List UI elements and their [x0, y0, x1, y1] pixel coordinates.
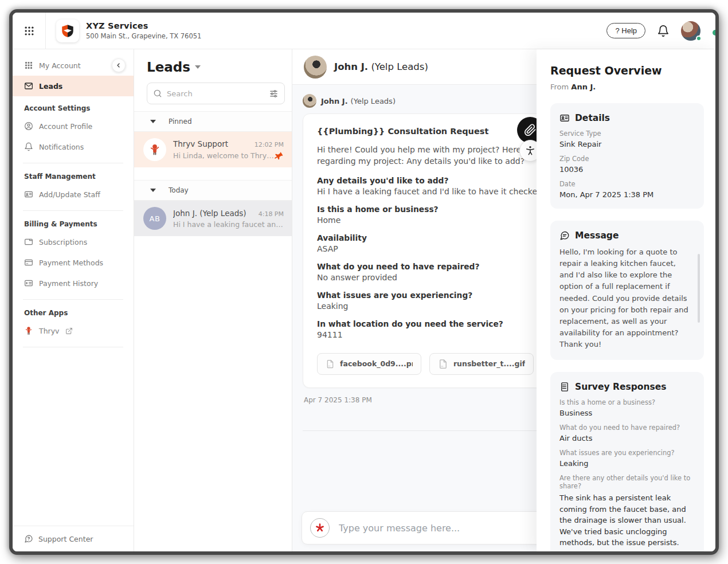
leads-group-today[interactable]: Today	[134, 180, 292, 201]
lead-item-john-j[interactable]: AB John J. (Yelp Leads) 4:18 PM Hi I hav…	[134, 201, 292, 236]
image-file-icon	[326, 359, 335, 369]
app-launcher-button[interactable]	[13, 13, 46, 49]
question: In what location do you need the service…	[317, 319, 537, 328]
sidebar-item-payment-history[interactable]: Payment History	[13, 273, 134, 293]
message-card: Message Hello, I'm looking for a quote t…	[550, 221, 704, 360]
business-brand: XYZ Services 500 Main St., Grapevine, TX…	[46, 19, 201, 42]
contact-avatar	[304, 56, 327, 79]
message-input[interactable]	[339, 523, 537, 534]
business-logo-icon	[56, 19, 79, 42]
group-label: Today	[169, 186, 189, 194]
group-label: Pinned	[169, 117, 192, 126]
support-center-link[interactable]: Support Center	[13, 526, 134, 551]
sidebar-item-my-account[interactable]: My Account	[13, 55, 134, 76]
survey-question: What issues are you experiencing?	[559, 449, 695, 457]
message-timestamp: Apr 7 2025 1:38 PM	[304, 396, 537, 404]
sidebar-item-payment-methods[interactable]: Payment Methods	[13, 252, 134, 273]
sidebar-item-add-update-staff[interactable]: Add/Update Staff	[13, 184, 134, 205]
field-value: Sink Repair	[559, 140, 695, 148]
survey-answer: Business	[559, 409, 695, 417]
sidebar-item-subscriptions[interactable]: Subscriptions	[13, 232, 134, 252]
question: Any details you'd like to add?	[317, 176, 537, 185]
lead-preview: Hi I have a leaking faucet and I'd lik..…	[173, 220, 284, 229]
notification-bell-icon[interactable]	[657, 25, 670, 37]
survey-question: What do you need to have repaired?	[559, 424, 695, 432]
user-avatar[interactable]	[681, 21, 700, 41]
attach-file-button[interactable]	[517, 117, 537, 143]
attachment-chip[interactable]: runsbetter_t....gif	[429, 353, 534, 375]
scrollbar-thumb[interactable]	[698, 254, 700, 323]
grid-dots-icon	[24, 25, 35, 37]
question: Availability	[317, 233, 537, 242]
leads-title: Leads	[147, 60, 190, 75]
from-label: From	[550, 83, 569, 91]
divider	[23, 299, 123, 300]
details-title: Details	[575, 113, 610, 123]
field-value: 10036	[559, 165, 695, 174]
sidebar-label: Notifications	[39, 143, 84, 151]
field-value: Mon, Apr 7 2025 1:38 PM	[559, 190, 695, 199]
thryv-support-avatar	[143, 138, 166, 161]
survey-responses-card: Survey Responses Is this a home or a bus…	[550, 372, 704, 551]
app-window: XYZ Services 500 Main St., Grapevine, TX…	[9, 9, 719, 555]
accessibility-button[interactable]	[519, 140, 537, 162]
leads-group-pinned[interactable]: Pinned	[134, 111, 292, 132]
message-qa: Is this a home or business? Home	[317, 205, 537, 225]
thryv-mascot-icon	[24, 326, 33, 335]
message-input-bar	[302, 511, 537, 545]
company-name: XYZ Services	[86, 21, 201, 30]
details-card: Details Service Type Sink Repair Zip Cod…	[550, 103, 704, 209]
help-button[interactable]: ? Help	[606, 23, 645, 38]
answer: ASAP	[317, 244, 537, 253]
search-input[interactable]	[167, 89, 264, 98]
attachment-name: facebook_0d9....png	[340, 359, 413, 368]
sidebar-item-notifications[interactable]: Notifications	[13, 136, 134, 157]
lead-name: Thryv Support	[173, 139, 228, 148]
attachment-name: runsbetter_t....gif	[453, 359, 525, 368]
survey-question: Is this a home or a business?	[559, 398, 695, 406]
message-bubble-icon	[559, 230, 570, 241]
field-label: Zip Code	[559, 155, 695, 163]
sidebar-item-account-profile[interactable]: Account Profile	[13, 116, 134, 136]
chevron-down-icon	[195, 65, 201, 69]
leads-title-dropdown[interactable]: Leads	[147, 60, 279, 75]
lead-time: 4:18 PM	[255, 210, 284, 218]
payment-history-icon	[24, 279, 33, 288]
credit-card-icon	[24, 258, 33, 267]
sidebar-section-other-apps: Other Apps	[13, 301, 134, 320]
chevron-down-icon	[150, 120, 156, 123]
sidebar-item-thryv[interactable]: Thryv	[13, 320, 134, 341]
leads-list-panel: Leads	[134, 49, 292, 551]
divider	[23, 347, 123, 347]
sidebar-item-leads[interactable]: Leads	[13, 76, 134, 96]
filter-sliders-icon[interactable]	[269, 89, 279, 99]
message-card-title: Message	[575, 230, 619, 241]
message-qa: What do you need to have repaired? No an…	[317, 262, 537, 282]
sidebar-section-account-settings: Account Settings	[13, 96, 134, 116]
contact-name: John J.	[334, 61, 368, 72]
survey-answer: The sink has a persistent leak coming fr…	[559, 492, 695, 549]
top-bar: XYZ Services 500 Main St., Grapevine, TX…	[13, 13, 715, 49]
sidebar-collapse-button[interactable]	[112, 58, 126, 72]
sidebar-section-billing-payments: Billing & Payments	[13, 212, 134, 232]
search-icon	[153, 89, 162, 98]
message-intro-line: Hi there! Could you help me with my proj…	[317, 144, 537, 155]
contact-source: (Yelp Leads)	[371, 61, 428, 72]
sidebar-label: Account Profile	[39, 122, 92, 131]
left-sidebar: My Account Leads Account Settings Accoun…	[13, 49, 134, 551]
leads-search-box[interactable]	[147, 83, 285, 104]
message-qa: In what location do you need the service…	[317, 319, 537, 339]
lead-item-thryv-support[interactable]: Thryv Support 12:02 PM Hi Linda, welcome…	[134, 132, 292, 167]
sidebar-label: Subscriptions	[39, 238, 87, 246]
attachment-chip[interactable]: facebook_0d9....png	[317, 353, 421, 375]
request-message-body: Hello, I'm looking for a quote to repair…	[559, 246, 695, 350]
sender-avatar	[303, 94, 316, 108]
survey-question: Are there any other details you'd like t…	[559, 474, 695, 490]
accessibility-person-icon	[525, 145, 536, 156]
survey-answer: Leaking	[559, 459, 695, 468]
help-bubble-icon	[24, 534, 33, 543]
request-overview-panel: Request Overview From Ann J. Details Ser…	[537, 49, 715, 551]
sidebar-section-staff-management: Staff Management	[13, 164, 134, 184]
pushpin-icon[interactable]	[273, 150, 284, 161]
sidebar-label: Payment History	[39, 279, 98, 288]
